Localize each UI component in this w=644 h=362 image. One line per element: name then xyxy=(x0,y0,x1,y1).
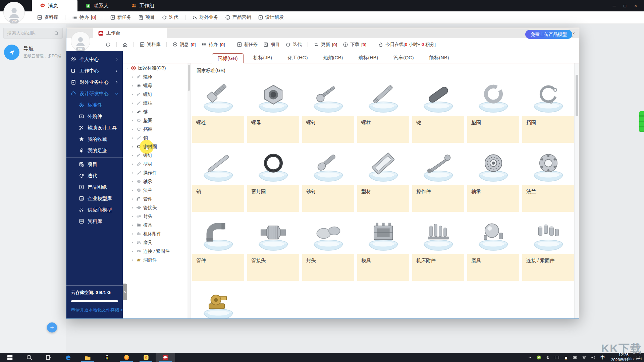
tray-chevup[interactable] xyxy=(525,355,534,360)
outer-toolbar-item-4[interactable]: 迭代 xyxy=(162,14,178,20)
add-button[interactable]: + xyxy=(47,322,57,333)
tree-expand-icon[interactable] xyxy=(125,66,129,71)
sidebar-item-5[interactable]: 外购件 xyxy=(66,111,123,122)
taskbar-app-start[interactable] xyxy=(0,353,19,362)
part-card-3[interactable]: 螺柱 xyxy=(357,77,409,143)
tree-expand-icon[interactable] xyxy=(131,180,134,183)
tree-node-4[interactable]: 键 xyxy=(123,108,190,116)
win-toolbar-item-7[interactable]: 迭代 xyxy=(285,42,302,48)
tray-film[interactable] xyxy=(552,355,561,360)
tree-scrollbar[interactable] xyxy=(187,63,190,318)
part-card-6[interactable]: 挡圈 xyxy=(522,77,574,143)
win-toolbar-item-8[interactable]: 更新[0] xyxy=(314,42,337,48)
taskbar-app-cloudapp[interactable] xyxy=(156,353,175,362)
tray-wifi[interactable] xyxy=(580,355,589,360)
outer-toolbar-item-6[interactable]: 产品营销 xyxy=(225,14,251,20)
sidebar-item-11[interactable]: 迭代 xyxy=(66,170,123,181)
tree-expand-icon[interactable] xyxy=(131,84,134,87)
people-search-input[interactable]: 搜索人员/团队 xyxy=(3,28,63,39)
tree-expand-icon[interactable] xyxy=(131,171,134,175)
part-card-21[interactable] xyxy=(192,284,244,318)
sidebar-item-12[interactable]: 产品图纸 xyxy=(66,181,123,193)
category-tab-4[interactable]: 航标(HB) xyxy=(353,53,383,63)
tree-expand-icon[interactable] xyxy=(131,232,134,236)
part-card-2[interactable]: 螺钉 xyxy=(302,77,354,143)
tree-expand-icon[interactable] xyxy=(131,241,134,244)
outer-toolbar-item-7[interactable]: 设计研发 xyxy=(258,14,284,20)
tree-expand-icon[interactable] xyxy=(131,189,134,192)
outer-toolbar-item-5[interactable]: 对外业务 xyxy=(192,14,218,20)
win-toolbar-item-4[interactable]: 待办[0] xyxy=(202,42,225,48)
app-tab-1[interactable]: 联系人 xyxy=(77,0,123,11)
tree-node-9[interactable]: 铆钉 xyxy=(123,151,190,160)
part-card-1[interactable]: 螺母 xyxy=(247,77,299,143)
category-tab-6[interactable]: 能标(NB) xyxy=(424,53,454,63)
tree-expand-icon[interactable] xyxy=(131,250,134,253)
tray-g360[interactable] xyxy=(534,355,543,360)
tree-expand-icon[interactable] xyxy=(131,206,134,209)
tree-expand-icon[interactable] xyxy=(131,119,134,122)
maximize-button[interactable]: □ xyxy=(621,3,629,8)
category-tab-0[interactable]: 国标(GB) xyxy=(212,53,244,63)
close-button[interactable]: × xyxy=(631,3,640,8)
part-card-0[interactable]: 螺栓 xyxy=(192,77,244,143)
tab-workbench[interactable]: 工作台 xyxy=(93,28,167,38)
tree-node-15[interactable]: 管接头 xyxy=(123,203,190,212)
win-toolbar-item-2[interactable]: W资料库 xyxy=(140,42,161,48)
part-card-7[interactable]: 销 xyxy=(192,146,244,212)
tree-node-7[interactable]: 销 xyxy=(123,134,190,142)
taskbar-app-kapp[interactable]: K xyxy=(136,353,156,362)
category-tab-2[interactable]: 化工(HG) xyxy=(282,53,313,63)
sidebar-item-7[interactable]: 我的收藏 xyxy=(66,133,123,145)
taskbar-app-taskview[interactable] xyxy=(39,353,58,362)
user-avatar[interactable]: VIP xyxy=(71,32,90,51)
tree-expand-icon[interactable] xyxy=(131,215,134,218)
sidebar-item-13[interactable]: 企业模型库 xyxy=(66,193,123,204)
nav-list-item[interactable]: 导航 图纸云管理，多PC端 xyxy=(0,41,66,64)
user-avatar[interactable]: VIP xyxy=(3,2,25,23)
tray-qq[interactable] xyxy=(561,355,571,360)
outer-toolbar-item-3[interactable]: 项目 xyxy=(138,14,155,20)
part-card-15[interactable]: 管接头 xyxy=(247,215,299,281)
sidebar-item-0[interactable]: 个人中心 xyxy=(66,54,123,65)
tree-node-10[interactable]: 型材 xyxy=(123,160,190,169)
category-tab-3[interactable]: 船舶(CB) xyxy=(318,53,348,63)
tree-expand-icon[interactable] xyxy=(131,75,134,79)
sidebar-item-4[interactable]: 标准件 xyxy=(66,99,123,111)
outer-toolbar-item-0[interactable]: W资料库 xyxy=(37,14,58,20)
tray-battery[interactable] xyxy=(571,355,580,360)
tree-node-8[interactable]: 密封圈 xyxy=(123,142,190,151)
tree-expand-icon[interactable] xyxy=(131,110,134,114)
tree-expand-icon[interactable] xyxy=(131,224,134,227)
tree-node-12[interactable]: 轴承 xyxy=(123,177,190,186)
language-indicator[interactable]: 中 xyxy=(598,355,608,361)
upload-model-button[interactable]: 免费上传产品模型 xyxy=(525,30,572,39)
tree-node-21[interactable]: 润滑件 xyxy=(123,256,190,264)
sidebar-item-3[interactable]: 设计研发中心 xyxy=(66,88,123,99)
tree-expand-icon[interactable] xyxy=(131,197,134,201)
app-tab-2[interactable]: 工作组 xyxy=(123,0,169,11)
outer-toolbar-item-2[interactable]: 新任务 xyxy=(110,14,131,20)
part-card-9[interactable]: 铆钉 xyxy=(302,146,354,212)
content-scrollbar[interactable] xyxy=(574,63,579,318)
tree-node-11[interactable]: 操作件 xyxy=(123,169,190,177)
tree-expand-icon[interactable] xyxy=(131,163,134,166)
part-card-20[interactable]: 连接 / 紧固件 xyxy=(522,215,574,281)
tray-mic[interactable] xyxy=(543,355,552,360)
tree-expand-icon[interactable] xyxy=(131,258,134,262)
part-card-18[interactable]: 机床附件 xyxy=(412,215,464,281)
tree-node-3[interactable]: 螺柱 xyxy=(123,99,190,108)
part-card-5[interactable]: 垫圈 xyxy=(467,77,519,143)
tree-node-6[interactable]: 挡圈 xyxy=(123,125,190,134)
taskbar-clock[interactable]: 12:26 2020/5/11 xyxy=(608,353,632,362)
win-toolbar-item-1[interactable] xyxy=(122,42,128,47)
outer-toolbar-item-1[interactable]: 待办[0] xyxy=(72,14,96,20)
win-toolbar-item-0[interactable] xyxy=(105,42,111,47)
taskbar-app-searchglass[interactable] xyxy=(19,353,39,362)
sidebar-item-2[interactable]: 对外业务中心 xyxy=(66,76,123,88)
part-card-13[interactable]: 法兰 xyxy=(522,146,574,212)
tree-expand-icon[interactable] xyxy=(131,145,134,148)
tree-node-2[interactable]: 螺钉 xyxy=(123,90,190,99)
tree-node-5[interactable]: 垫圈 xyxy=(123,116,190,125)
sidebar-item-14[interactable]: 供应商模型 xyxy=(66,204,123,216)
